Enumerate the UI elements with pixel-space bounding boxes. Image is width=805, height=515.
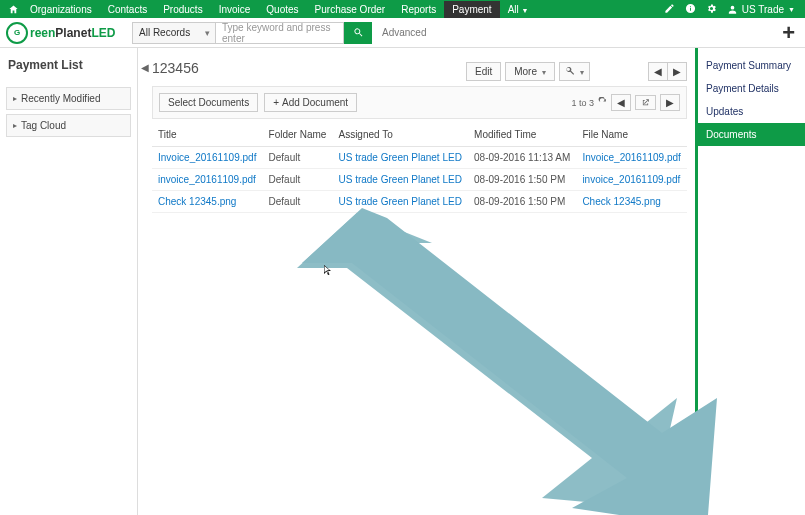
documents-toolbar: Select Documents + Add Document 1 to 3 ◀… [152,86,687,119]
search-button[interactable] [344,22,372,44]
center-content: 123456 Edit More ◀ ▶ Select Documents + … [152,48,695,515]
cell-folder: Default [263,169,333,191]
cell-assigned[interactable]: US trade Green Planet LED [338,196,461,207]
cell-assigned[interactable]: US trade Green Planet LED [338,174,461,185]
page-title: 123456 [152,56,199,86]
left-item-tag-cloud[interactable]: Tag Cloud [6,114,131,137]
left-panel: Payment List Recently Modified Tag Cloud [0,48,138,515]
logo[interactable]: G reenPlanetLED [6,21,126,45]
doc-file-link[interactable]: Invoice_20161109.pdf [582,152,680,163]
right-panel: Payment Summary Payment Details Updates … [695,48,805,515]
add-document-label: Add Document [282,97,348,108]
table-row[interactable]: Invoice_20161109.pdf Default US trade Gr… [152,147,687,169]
user-menu[interactable]: US Trade ▼ [727,4,795,15]
tab-products[interactable]: Products [155,1,210,18]
mouse-cursor-icon [322,262,334,278]
doc-file-link[interactable]: Check 12345.png [582,196,660,207]
table-row[interactable]: invoice_20161109.pdf Default US trade Gr… [152,169,687,191]
left-item-recently-modified[interactable]: Recently Modified [6,87,131,110]
documents-table: Title Folder Name Assigned To Modified T… [152,123,687,213]
col-folder[interactable]: Folder Name [263,123,333,147]
collapse-left-icon[interactable]: ◀ [138,48,152,515]
doc-title-link[interactable]: invoice_20161109.pdf [158,174,256,185]
page-prev-button[interactable]: ◀ [611,94,631,111]
search-bar: G reenPlanetLED All Records Type keyword… [0,18,805,48]
tool-button[interactable] [559,62,590,81]
col-modified[interactable]: Modified Time [468,123,576,147]
tab-all-label: All [508,4,519,15]
select-documents-button[interactable]: Select Documents [159,93,258,112]
record-nav: ◀ ▶ [648,62,687,81]
col-title[interactable]: Title [152,123,263,147]
right-item-details[interactable]: Payment Details [698,77,805,100]
next-record-button[interactable]: ▶ [667,62,687,81]
info-icon[interactable] [685,3,696,16]
cell-assigned[interactable]: US trade Green Planet LED [338,152,461,163]
annotation-arrow [212,208,732,515]
left-panel-title: Payment List [0,48,137,83]
logo-text-a: reen [30,26,55,40]
tab-organizations[interactable]: Organizations [22,1,100,18]
doc-file-link[interactable]: invoice_20161109.pdf [582,174,680,185]
edit-pencil-icon[interactable] [664,3,675,16]
col-assigned[interactable]: Assigned To [332,123,468,147]
top-nav: Organizations Contacts Products Invoice … [0,0,805,18]
more-label: More [514,66,537,77]
logo-text-c: LED [91,26,115,40]
cell-modified: 08-09-2016 1:50 PM [468,169,576,191]
more-button[interactable]: More [505,62,555,81]
cell-folder: Default [263,191,333,213]
wrench-icon [565,66,575,76]
logo-text-b: Planet [55,26,91,40]
col-file[interactable]: File Name [576,123,687,147]
add-document-button[interactable]: + Add Document [264,93,357,112]
home-icon[interactable] [4,4,22,15]
cell-folder: Default [263,147,333,169]
page-jump-button[interactable] [635,95,656,110]
top-nav-tabs: Organizations Contacts Products Invoice … [22,1,537,18]
tab-purchase-order[interactable]: Purchase Order [307,1,394,18]
right-item-summary[interactable]: Payment Summary [698,54,805,77]
svg-marker-0 [297,213,677,508]
svg-marker-1 [302,208,717,515]
right-item-updates[interactable]: Updates [698,100,805,123]
tab-all[interactable]: All ▼ [500,1,537,18]
search-scope-select[interactable]: All Records [132,22,216,44]
tab-quotes[interactable]: Quotes [258,1,306,18]
doc-title-link[interactable]: Check 12345.png [158,196,236,207]
reload-icon[interactable] [598,97,607,108]
edit-button[interactable]: Edit [466,62,501,81]
tab-contacts[interactable]: Contacts [100,1,155,18]
tab-invoice[interactable]: Invoice [211,1,259,18]
prev-record-button[interactable]: ◀ [648,62,667,81]
user-label: US Trade [742,4,784,15]
add-record-button[interactable]: + [778,20,799,46]
tab-reports[interactable]: Reports [393,1,444,18]
right-item-documents[interactable]: Documents [698,123,805,146]
cell-modified: 08-09-2016 1:50 PM [468,191,576,213]
external-icon [641,98,650,107]
plus-icon: + [273,97,279,108]
gear-icon[interactable] [706,3,717,16]
advanced-search-link[interactable]: Advanced [382,27,426,38]
search-input[interactable]: Type keyword and press enter [216,22,344,44]
table-header-row: Title Folder Name Assigned To Modified T… [152,123,687,147]
range-label: 1 to 3 [571,98,594,108]
table-row[interactable]: Check 12345.png Default US trade Green P… [152,191,687,213]
cell-modified: 08-09-2016 11:13 AM [468,147,576,169]
tab-payment[interactable]: Payment [444,1,499,18]
search-icon [353,27,364,38]
page-next-button[interactable]: ▶ [660,94,680,111]
doc-title-link[interactable]: Invoice_20161109.pdf [158,152,256,163]
